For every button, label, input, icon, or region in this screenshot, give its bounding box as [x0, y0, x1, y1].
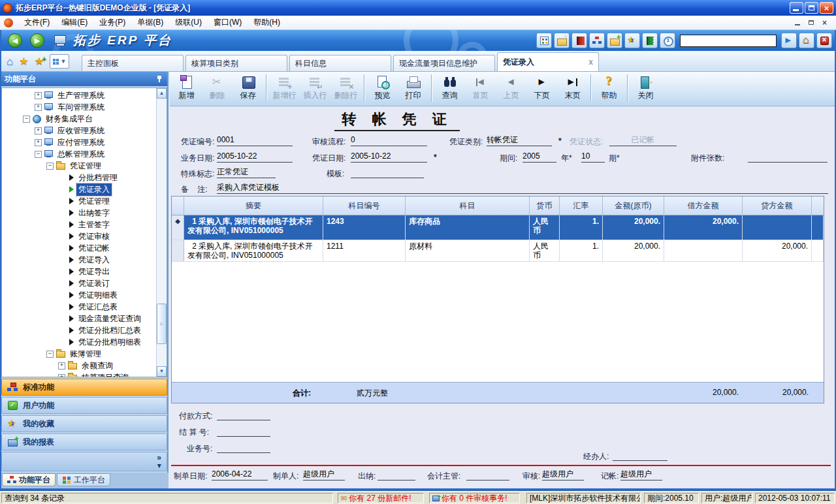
tree-item-18[interactable]: 凭证汇总表: [2, 301, 155, 313]
tree-item-17[interactable]: 凭证明细表: [2, 289, 155, 301]
modules-button[interactable]: [536, 33, 552, 48]
scroll-thumb[interactable]: ≡: [157, 304, 167, 344]
rate-cell[interactable]: 1.: [560, 215, 603, 240]
special-flag-field[interactable]: 正常凭证: [217, 167, 276, 178]
back-button[interactable]: ◀: [8, 33, 22, 48]
account-cell[interactable]: 库存商品: [406, 215, 530, 240]
tab-2[interactable]: 科目信息: [289, 55, 391, 71]
tree-expander-icon[interactable]: −: [35, 151, 42, 158]
menu-item-4[interactable]: 级联(U): [169, 16, 208, 29]
tree-expander-icon[interactable]: +: [35, 92, 42, 99]
tree-item-2[interactable]: −财务集成平台: [2, 113, 155, 125]
mdi-minimize-button[interactable]: [792, 18, 802, 27]
tab-1[interactable]: 核算项目类别: [185, 55, 287, 71]
toolbar-preview-button[interactable]: 预览: [367, 75, 398, 101]
toolbar-last-button[interactable]: 末页: [557, 75, 588, 101]
period-year-field[interactable]: 2005: [522, 151, 556, 163]
grid-row[interactable]: ◆1采购入库, 深圳市领创电子技术开发有限公司, INV051000005124…: [172, 215, 824, 240]
tree-expander-icon[interactable]: −: [46, 163, 54, 170]
panel-button-2[interactable]: 我的收藏: [1, 415, 167, 432]
tree-expander-icon[interactable]: −: [23, 116, 30, 123]
toolbar-addrow-button[interactable]: 新增行: [269, 75, 300, 101]
toolbar-delrow-button[interactable]: 删除行: [330, 75, 361, 101]
exportfolder-button[interactable]: [554, 33, 570, 48]
newfolder-button[interactable]: [607, 33, 622, 48]
toolbar-prev-button[interactable]: 上页: [496, 75, 526, 101]
tree-expander-icon[interactable]: −: [46, 351, 54, 358]
notebook-button[interactable]: [571, 33, 587, 48]
tree-expander-icon[interactable]: +: [58, 374, 65, 378]
debit-cell[interactable]: 20,000.: [664, 215, 743, 240]
pin-icon[interactable]: [156, 75, 163, 83]
menu-item-2[interactable]: 业务(P): [93, 16, 131, 29]
tree-item-9[interactable]: 凭证管理: [2, 195, 155, 207]
tree-item-21[interactable]: 凭证分批档明细表: [2, 336, 155, 348]
tree-item-20[interactable]: 凭证分批档汇总表: [2, 324, 155, 336]
scroll-up-arrow[interactable]: ▲: [157, 88, 167, 99]
business-date-field[interactable]: 2005-10-22: [217, 151, 293, 163]
menu-item-0[interactable]: 文件(F): [18, 16, 56, 29]
tree-item-14[interactable]: 凭证导入: [2, 254, 155, 266]
tree-item-22[interactable]: −账簿管理: [2, 348, 155, 360]
tree-item-13[interactable]: 凭证记帐: [2, 242, 155, 254]
toolbar-help-button[interactable]: 帮助: [594, 75, 624, 101]
scroll-down-arrow[interactable]: ▼: [157, 366, 167, 377]
sidebar-tab-0[interactable]: 功能平台: [2, 473, 56, 486]
toolbar-search-button[interactable]: 查询: [434, 75, 465, 101]
business-no-field[interactable]: [217, 442, 270, 453]
run-button[interactable]: [781, 33, 797, 48]
payment-method-field[interactable]: [217, 409, 270, 420]
clock-button[interactable]: [660, 33, 675, 48]
tree-item-3[interactable]: +应收管理系统: [2, 125, 155, 136]
remark-field[interactable]: 采购入库凭证模板: [217, 183, 828, 194]
credit-cell[interactable]: [743, 215, 812, 240]
tree-item-12[interactable]: 凭证审核: [2, 230, 155, 242]
rate-cell[interactable]: 1.: [560, 240, 603, 261]
debit-cell[interactable]: [664, 240, 743, 261]
panel-button-3[interactable]: 我的报表: [1, 433, 167, 450]
voucher-date-field[interactable]: 2005-10-22: [351, 151, 427, 163]
template-field[interactable]: [351, 167, 424, 178]
tab-0[interactable]: 主控面板: [82, 55, 184, 71]
menu-item-6[interactable]: 帮助(H): [248, 16, 286, 29]
contacts-button[interactable]: [642, 33, 658, 48]
account-no-cell[interactable]: 1243: [323, 215, 406, 240]
agent-field[interactable]: [613, 450, 667, 461]
panel-button-1[interactable]: 用户功能: [1, 397, 167, 414]
toolbar-next-button[interactable]: 下页: [526, 75, 557, 101]
add-favorite-icon[interactable]: ★: [35, 56, 44, 67]
tree-expander-icon[interactable]: +: [35, 104, 42, 111]
menu-item-3[interactable]: 单据(B): [131, 16, 169, 29]
mail-status[interactable]: ✉你有 27 份新邮件!: [338, 493, 424, 503]
favorites-star-icon[interactable]: ★: [19, 56, 28, 67]
mdi-restore-button[interactable]: [806, 18, 816, 27]
tree-item-4[interactable]: +应付管理系统: [2, 136, 155, 148]
summary-cell[interactable]: 1采购入库, 深圳市领创电子技术开发有限公司, INV051000005: [184, 215, 323, 240]
tree-item-0[interactable]: +生产管理系统: [2, 89, 155, 101]
toolbar-first-button[interactable]: 首页: [465, 75, 496, 101]
voucher-type-field[interactable]: 转帐凭证: [487, 135, 552, 146]
toolbar-cut-button[interactable]: 删除: [202, 75, 233, 101]
audit-flow-field[interactable]: 0: [351, 135, 427, 146]
tab-4[interactable]: 凭证录入x: [497, 52, 599, 71]
minimize-button[interactable]: [790, 2, 803, 14]
toolbar-close-button[interactable]: 关闭: [630, 75, 661, 101]
amount-cell[interactable]: 20,000.: [603, 215, 664, 240]
tree-item-8[interactable]: 凭证录入: [2, 183, 155, 195]
currency-cell[interactable]: 人民币: [530, 240, 560, 261]
currency-cell[interactable]: 人民币: [530, 215, 560, 240]
tree-item-16[interactable]: 凭证装订: [2, 277, 155, 289]
restore-button[interactable]: [805, 2, 818, 14]
credit-cell[interactable]: 20,000.: [743, 240, 812, 261]
favstar-button[interactable]: [624, 33, 640, 48]
panel-button-0[interactable]: 标准功能: [1, 379, 167, 396]
homeexit-button[interactable]: [799, 33, 814, 48]
toolbar-print-button[interactable]: 打印: [398, 75, 428, 101]
summary-cell[interactable]: 2采购入库, 深圳市领创电子技术开发有限公司, INV051000005: [184, 240, 323, 261]
tree-item-7[interactable]: 分批档管理: [2, 172, 155, 183]
appclose-button[interactable]: [816, 33, 832, 48]
sidebar-tab-1[interactable]: 工作平台: [57, 473, 110, 486]
tab-list-button[interactable]: ▼: [50, 54, 69, 69]
panel-expander[interactable]: »▾: [1, 452, 167, 471]
voucher-no-field[interactable]: 0001: [217, 135, 293, 146]
